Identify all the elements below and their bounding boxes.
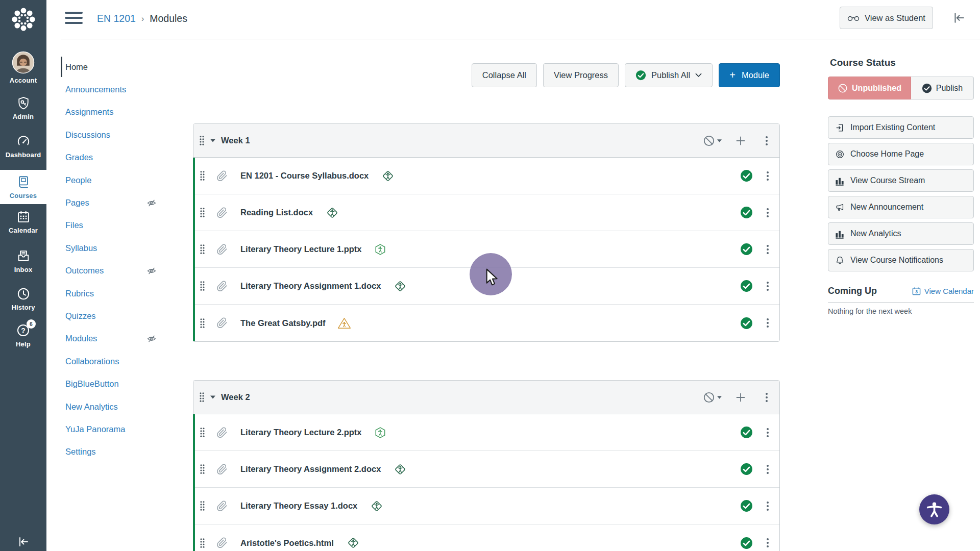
module-item-link[interactable]: Literary Theory Essay 1.docx — [240, 501, 357, 511]
course-nav-home[interactable]: Home — [65, 56, 167, 78]
view-course-stream-button[interactable]: View Course Stream — [828, 169, 974, 192]
unpublished-ban-icon[interactable] — [703, 391, 715, 404]
course-nav-settings[interactable]: Settings — [65, 441, 167, 463]
course-nav-outcomes[interactable]: Outcomes — [65, 260, 167, 282]
item-options-kebab-icon[interactable] — [766, 171, 769, 181]
caret-down-icon[interactable] — [717, 139, 722, 142]
published-check-icon[interactable] — [740, 243, 753, 256]
sidebar-item-help[interactable]: ? 6 Help — [0, 323, 46, 348]
course-nav-toggle-hamburger[interactable] — [65, 12, 83, 25]
add-item-plus-icon[interactable] — [736, 136, 746, 146]
course-nav-people[interactable]: People — [65, 169, 167, 191]
module-item-row[interactable]: The Great Gatsby.pdf — [193, 305, 779, 341]
module-item-link[interactable]: Literary Theory Lecture 1.pptx — [240, 244, 362, 254]
drag-handle-icon[interactable] — [199, 392, 205, 403]
new-announcement-button[interactable]: New Announcement — [828, 196, 974, 218]
drag-handle-icon[interactable] — [200, 281, 205, 291]
collapse-caret-icon[interactable] — [210, 395, 215, 399]
module-item-link[interactable]: Literary Theory Lecture 2.pptx — [240, 428, 362, 437]
course-nav-grades[interactable]: Grades — [65, 146, 167, 169]
sidebar-item-calendar[interactable]: Calendar — [0, 210, 46, 234]
accessibility-score-diamond-icon[interactable] — [369, 498, 384, 514]
sidebar-item-courses[interactable]: Courses — [0, 170, 46, 204]
module-item-link[interactable]: Literary Theory Assignment 2.docx — [240, 464, 381, 474]
accessibility-widget-button[interactable] — [919, 494, 949, 524]
item-options-kebab-icon[interactable] — [766, 244, 769, 255]
drag-handle-icon[interactable] — [200, 318, 205, 329]
course-nav-files[interactable]: Files — [65, 214, 167, 237]
add-module-button[interactable]: + Module — [719, 63, 780, 87]
item-options-kebab-icon[interactable] — [766, 318, 769, 328]
sidebar-item-history[interactable]: History — [0, 287, 46, 311]
global-nav-collapse-button[interactable] — [0, 536, 46, 548]
published-check-icon[interactable] — [740, 499, 753, 512]
drag-handle-icon[interactable] — [200, 500, 205, 511]
course-nav-syllabus[interactable]: Syllabus — [65, 237, 167, 259]
drag-handle-icon[interactable] — [200, 170, 205, 181]
item-options-kebab-icon[interactable] — [766, 538, 769, 548]
accessibility-score-diamond-icon[interactable] — [346, 535, 361, 550]
sidebar-item-dashboard[interactable]: Dashboard — [0, 134, 46, 159]
published-check-icon[interactable] — [740, 280, 753, 292]
module-item-row[interactable]: Literary Theory Lecture 1.pptx — [193, 231, 779, 268]
module-item-link[interactable]: The Great Gatsby.pdf — [240, 318, 326, 328]
course-nav-discussions[interactable]: Discussions — [65, 123, 167, 146]
item-options-kebab-icon[interactable] — [766, 464, 769, 474]
collapse-all-button[interactable]: Collapse All — [472, 63, 537, 87]
publish-all-button[interactable]: Publish All — [625, 63, 713, 87]
course-nav-assignments[interactable]: Assignments — [65, 101, 167, 123]
unpublished-button[interactable]: Unpublished — [828, 77, 911, 99]
course-nav-rubrics[interactable]: Rubrics — [65, 282, 167, 305]
module-item-row[interactable]: Literary Theory Lecture 2.pptx — [193, 414, 779, 451]
collapse-caret-icon[interactable] — [210, 139, 215, 142]
published-check-icon[interactable] — [740, 537, 753, 549]
unpublished-ban-icon[interactable] — [703, 135, 715, 147]
published-check-icon[interactable] — [740, 169, 753, 182]
published-check-icon[interactable] — [740, 463, 753, 475]
canvas-logo[interactable] — [0, 5, 46, 34]
course-nav-quizzes[interactable]: Quizzes — [65, 305, 167, 327]
new-analytics-button[interactable]: New Analytics — [828, 222, 974, 245]
published-check-icon[interactable] — [740, 426, 753, 439]
breadcrumb-course-link[interactable]: EN 1201 — [97, 13, 136, 24]
module-options-kebab-icon[interactable] — [765, 136, 768, 146]
course-nav-modules[interactable]: Modules — [65, 328, 167, 350]
drag-handle-icon[interactable] — [199, 135, 205, 146]
module-item-row[interactable]: EN 1201 - Course Syllabus.docx — [193, 158, 779, 194]
published-check-icon[interactable] — [740, 317, 753, 330]
view-calendar-link[interactable]: View Calendar — [912, 287, 974, 295]
accessibility-score-hexagon-icon[interactable] — [374, 243, 387, 256]
accessibility-score-diamond-icon[interactable] — [325, 205, 340, 220]
choose-home-page-button[interactable]: Choose Home Page — [828, 143, 974, 165]
module-item-link[interactable]: Aristotle's Poetics.html — [240, 538, 334, 548]
drag-handle-icon[interactable] — [200, 538, 205, 548]
accessibility-warning-triangle-icon[interactable] — [337, 316, 351, 330]
sidebar-item-account[interactable]: Account — [0, 51, 46, 84]
module-item-row[interactable]: Literary Theory Assignment 1.docx — [193, 268, 779, 305]
module-item-link[interactable]: Reading List.docx — [240, 208, 313, 217]
view-course-notifications-button[interactable]: View Course Notifications — [828, 249, 974, 271]
add-item-plus-icon[interactable] — [736, 392, 746, 403]
accessibility-score-diamond-icon[interactable] — [393, 279, 408, 294]
item-options-kebab-icon[interactable] — [766, 501, 769, 511]
accessibility-score-diamond-icon[interactable] — [393, 462, 408, 477]
module-item-row[interactable]: Literary Theory Essay 1.docx — [193, 488, 779, 524]
published-check-icon[interactable] — [740, 206, 753, 219]
module-header[interactable]: Week 1 — [193, 124, 779, 158]
import-existing-content-button[interactable]: Import Existing Content — [828, 116, 974, 139]
view-as-student-button[interactable]: View as Student — [840, 7, 933, 29]
course-nav-new-analytics[interactable]: New Analytics — [65, 395, 167, 418]
course-nav-pages[interactable]: Pages — [65, 191, 167, 214]
drag-handle-icon[interactable] — [200, 427, 205, 438]
sidebar-item-admin[interactable]: Admin — [0, 96, 46, 120]
course-nav-announcements[interactable]: Announcements — [65, 78, 167, 101]
module-item-link[interactable]: Literary Theory Assignment 1.docx — [240, 281, 381, 291]
drag-handle-icon[interactable] — [200, 464, 205, 474]
module-item-row[interactable]: Literary Theory Assignment 2.docx — [193, 451, 779, 488]
module-item-row[interactable]: Reading List.docx — [193, 194, 779, 231]
course-nav-yuja-panorama[interactable]: YuJa Panorama — [65, 418, 167, 440]
module-header[interactable]: Week 2 — [193, 381, 779, 414]
module-options-kebab-icon[interactable] — [765, 392, 768, 403]
publish-button[interactable]: Publish — [911, 77, 974, 99]
accessibility-score-hexagon-icon[interactable] — [374, 426, 387, 439]
